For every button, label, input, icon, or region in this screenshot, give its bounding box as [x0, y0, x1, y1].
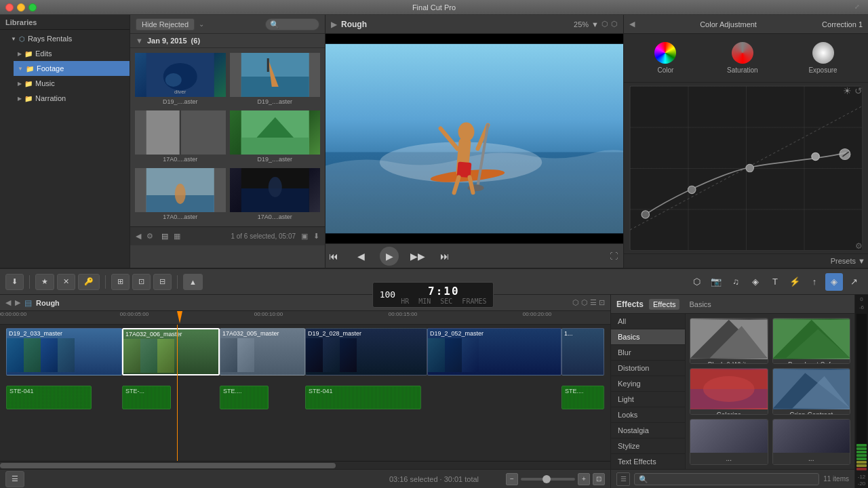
- zoom-out-button[interactable]: −: [506, 473, 518, 485]
- settings-icon[interactable]: ⚙: [146, 232, 153, 241]
- export-button[interactable]: ↗: [845, 273, 863, 291]
- view-list-icon[interactable]: ▤: [161, 232, 168, 241]
- effect-colorize[interactable]: Colorize: [690, 368, 768, 414]
- sidebar-item-rays-rentals[interactable]: ▼ ⬡ Rays Rentals: [7, 31, 130, 46]
- audio-clip-ste-5[interactable]: STE....: [561, 386, 604, 409]
- effect-broadcast-safe[interactable]: Broadcast Safe: [772, 318, 851, 364]
- presets-button[interactable]: Presets ▼: [831, 257, 865, 265]
- play-button[interactable]: ▶: [380, 247, 399, 266]
- reset-curve-icon[interactable]: ↺: [854, 85, 863, 96]
- generators-button[interactable]: ⚡: [786, 273, 804, 291]
- tc-icon3[interactable]: ☰: [590, 298, 597, 307]
- effect-extra2[interactable]: ...: [772, 419, 851, 465]
- zoom-settings-icon[interactable]: ⬡: [601, 20, 608, 28]
- play-forward-button[interactable]: ▶▶: [410, 248, 426, 264]
- zoom-slider-thumb[interactable]: [542, 475, 551, 483]
- reject-button[interactable]: ✕: [57, 274, 75, 290]
- tc-icon4[interactable]: ⊡: [599, 298, 605, 307]
- color-tab-color[interactable]: Color: [649, 39, 682, 77]
- tc-icon2[interactable]: ⬡: [581, 298, 588, 307]
- category-stylize[interactable]: Stylize: [611, 439, 685, 454]
- favorite-button[interactable]: ★: [35, 274, 54, 290]
- effects-search-input[interactable]: [634, 473, 819, 485]
- audio-clip-ste-3[interactable]: STE....: [220, 386, 269, 409]
- titles-button[interactable]: T: [766, 273, 784, 291]
- hide-rejected-button[interactable]: Hide Rejected: [136, 18, 195, 30]
- clips-view-button[interactable]: ⬡: [688, 273, 705, 291]
- color-back-icon[interactable]: ◀: [629, 20, 635, 28]
- clip-overflow[interactable]: 1...: [561, 328, 604, 375]
- scrollbar-thumb[interactable]: [0, 463, 336, 468]
- resize-button[interactable]: ⤢: [854, 3, 863, 12]
- clip-17a032-005[interactable]: 17A032_005_master: [220, 328, 305, 375]
- sidebar-item-edits[interactable]: ▶ 📁 Edits: [14, 46, 130, 61]
- clip-d19-028[interactable]: D19_2_028_master: [305, 328, 427, 375]
- category-text-effects[interactable]: Text Effects: [611, 454, 685, 469]
- effect-black-white[interactable]: Black & White: [690, 318, 768, 364]
- color-button[interactable]: ◈: [825, 273, 843, 291]
- zoom-slider[interactable]: [521, 478, 575, 481]
- timeline-back-icon[interactable]: ◀: [5, 298, 11, 307]
- media-search-input[interactable]: [265, 18, 319, 30]
- category-keying[interactable]: Keying: [611, 376, 685, 392]
- sort-dropdown-icon[interactable]: ⌄: [199, 20, 204, 28]
- effects-button[interactable]: ◈: [747, 273, 764, 291]
- clip-17a032-006[interactable]: 17A032_006_master: [122, 328, 220, 375]
- media-thumb-17a0-1[interactable]: 17A0....aster: [134, 110, 226, 165]
- snapshot-button[interactable]: 📷: [707, 273, 725, 291]
- effect-crisp-contrast[interactable]: Crisp Contrast: [772, 368, 851, 414]
- zoom-extra-icon[interactable]: ⬡: [611, 20, 618, 28]
- close-button[interactable]: [5, 3, 14, 12]
- ripple-button[interactable]: ⊟: [153, 274, 172, 290]
- sidebar-item-music[interactable]: ▶ 📁 Music: [14, 76, 130, 91]
- timeline-play-icon[interactable]: ▶: [15, 298, 20, 307]
- effects-tab-basics[interactable]: Basics: [685, 299, 715, 310]
- clip-d19-033[interactable]: D19_2_033_master: [6, 328, 122, 375]
- zoom-in-button[interactable]: +: [578, 473, 590, 485]
- import-button[interactable]: ⬇: [5, 274, 24, 290]
- category-nostalgia[interactable]: Nostalgia: [611, 423, 685, 439]
- effects-list-view-button[interactable]: ☰: [616, 472, 630, 486]
- fit-button[interactable]: ⊡: [593, 473, 605, 485]
- color-tab-saturation[interactable]: Saturation: [722, 39, 764, 77]
- tc-icon1[interactable]: ⬡: [572, 298, 579, 307]
- effects-tab-effects[interactable]: Effects: [649, 299, 679, 310]
- transform-button[interactable]: ⊞: [111, 274, 130, 290]
- audio-clip-ste-2[interactable]: STE-...: [122, 386, 171, 409]
- skip-to-start-button[interactable]: ⏮: [326, 248, 342, 264]
- media-thumb-d19-1[interactable]: diver D19_....aster: [134, 52, 226, 107]
- sun-brightness-icon[interactable]: ☀: [843, 85, 852, 96]
- category-blur[interactable]: Blur: [611, 345, 685, 361]
- category-looks[interactable]: Looks: [611, 407, 685, 423]
- zoom-dropdown-icon[interactable]: ▼: [591, 20, 599, 28]
- skip-to-end-button[interactable]: ⏭: [437, 248, 453, 264]
- effect-extra1[interactable]: ...: [690, 419, 768, 465]
- play-reverse-button[interactable]: ◀: [353, 248, 369, 264]
- clip-d19-052[interactable]: D19_2_052_master: [427, 328, 561, 375]
- fullscreen-button[interactable]: [28, 3, 37, 12]
- category-light[interactable]: Light: [611, 392, 685, 407]
- color-tab-exposure[interactable]: Exposure: [803, 39, 842, 77]
- category-distortion[interactable]: Distortion: [611, 361, 685, 376]
- category-all[interactable]: All: [611, 314, 685, 329]
- share-button[interactable]: ↑: [806, 273, 823, 291]
- media-thumb-17a0-2[interactable]: 17A0....aster: [134, 167, 226, 222]
- timeline-scrollbar[interactable]: [0, 461, 610, 469]
- sidebar-item-footage[interactable]: ▼ 📁 Footage: [14, 61, 130, 76]
- sidebar-item-narration[interactable]: ▶ 📁 Narration: [14, 91, 130, 106]
- view-grid-icon[interactable]: ▦: [174, 232, 180, 241]
- media-thumb-d19-3[interactable]: D19_....aster: [229, 110, 321, 165]
- import-icon[interactable]: ⬇: [313, 232, 319, 241]
- date-collapse-icon[interactable]: ▼: [136, 37, 143, 45]
- music-button[interactable]: ♫: [727, 273, 745, 291]
- audio-clip-ste041-2[interactable]: STE-041: [305, 386, 421, 409]
- audio-clip-ste041-1[interactable]: STE-041: [6, 386, 92, 409]
- media-thumb-17a0-3[interactable]: 17A0....aster: [229, 167, 321, 222]
- minimize-button[interactable]: [17, 3, 25, 12]
- category-basics[interactable]: Basics: [611, 329, 685, 345]
- view-options-icon[interactable]: ▣: [301, 232, 308, 241]
- keyword-button[interactable]: 🔑: [78, 274, 100, 290]
- fullscreen-button[interactable]: ⛶: [610, 251, 623, 261]
- list-view-button[interactable]: ☰: [5, 471, 24, 487]
- back-arrow-icon[interactable]: ◀: [136, 232, 141, 241]
